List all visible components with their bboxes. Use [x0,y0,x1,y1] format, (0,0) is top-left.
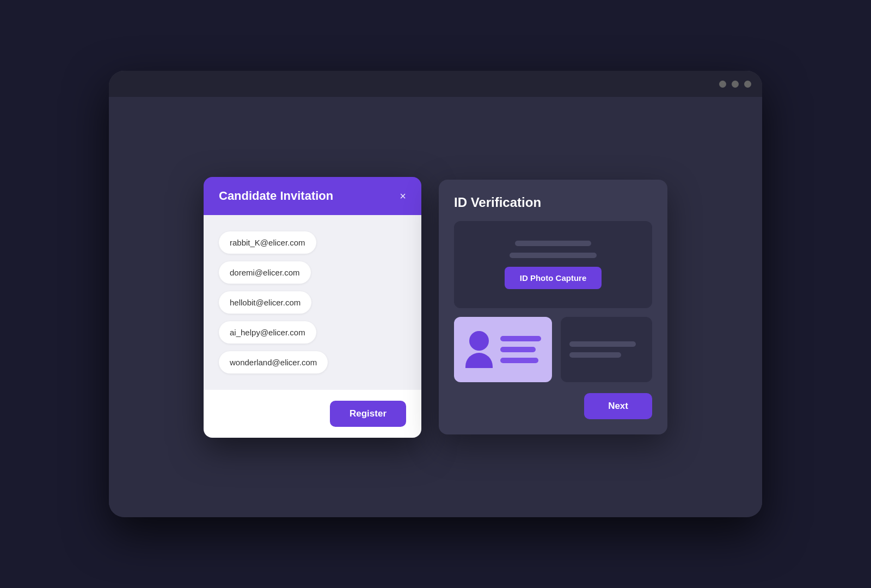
info-line-1 [569,341,636,347]
title-bar [109,71,762,97]
id-capture-box: ID Photo Capture [454,221,652,308]
email-chip-2: doremi@elicer.com [219,261,311,284]
placeholder-line-2 [510,253,597,258]
modal-footer: Register [204,390,421,438]
id-avatar-icon [465,331,493,368]
placeholder-line-1 [515,241,591,246]
modal-header: Candidate Invitation × [204,177,421,215]
traffic-dot-1 [719,81,726,88]
traffic-dot-3 [744,81,751,88]
traffic-dot-2 [732,81,739,88]
next-button[interactable]: Next [584,393,652,419]
panel-title: ID Verification [454,195,652,210]
info-line-2 [569,352,621,358]
id-card-line-3 [500,358,538,363]
email-chip-3: hellobit@elicer.com [219,291,311,314]
modal-body: rabbit_K@elicer.com doremi@elicer.com he… [204,215,421,390]
email-chip-5: wonderland@elicer.com [219,351,328,373]
id-card-preview [454,317,552,382]
avatar-head [469,331,489,351]
id-preview-row [454,317,652,382]
id-card-line-1 [500,336,541,341]
email-chip-4: ai_helpy@elicer.com [219,321,316,344]
register-button[interactable]: Register [330,401,406,427]
app-content: Candidate Invitation × rabbit_K@elicer.c… [109,97,762,517]
id-card-line-2 [500,347,536,352]
modal-title: Candidate Invitation [219,189,333,203]
email-chip-1: rabbit_K@elicer.com [219,231,316,254]
panel-footer: Next [454,393,652,419]
id-photo-capture-button[interactable]: ID Photo Capture [505,267,602,289]
close-button[interactable]: × [400,191,406,201]
invitation-modal: Candidate Invitation × rabbit_K@elicer.c… [204,177,421,438]
avatar-body [465,353,493,368]
id-card-lines [500,336,541,363]
id-verification-panel: ID Verification ID Photo Capture [439,180,667,434]
device-frame: Candidate Invitation × rabbit_K@elicer.c… [109,71,762,517]
id-info-box [561,317,652,382]
